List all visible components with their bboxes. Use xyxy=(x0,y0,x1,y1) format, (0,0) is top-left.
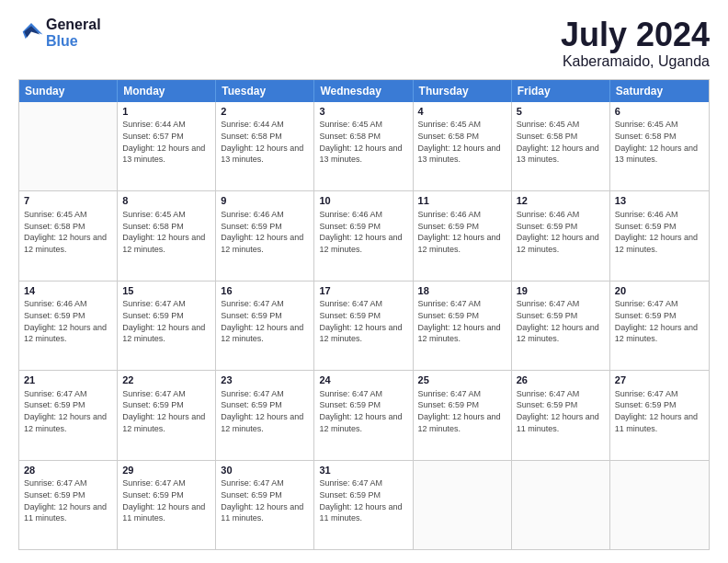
calendar-cell: 4Sunrise: 6:45 AMSunset: 6:58 PMDaylight… xyxy=(414,102,512,190)
cell-info: Sunrise: 6:47 AMSunset: 6:59 PMDaylight:… xyxy=(418,388,506,434)
calendar-row-0: 1Sunrise: 6:44 AMSunset: 6:57 PMDaylight… xyxy=(19,102,709,190)
cell-info: Sunrise: 6:47 AMSunset: 6:59 PMDaylight:… xyxy=(221,298,309,344)
calendar: Sunday Monday Tuesday Wednesday Thursday… xyxy=(18,79,710,550)
cell-info: Sunrise: 6:47 AMSunset: 6:59 PMDaylight:… xyxy=(418,298,506,344)
calendar-cell xyxy=(414,461,512,549)
logo-blue-text: Blue xyxy=(46,33,101,50)
day-number: 3 xyxy=(319,105,407,119)
calendar-cell: 14Sunrise: 6:46 AMSunset: 6:59 PMDayligh… xyxy=(19,282,118,370)
day-number: 31 xyxy=(319,464,407,477)
header-friday: Friday xyxy=(512,80,610,102)
calendar-cell: 17Sunrise: 6:47 AMSunset: 6:59 PMDayligh… xyxy=(314,282,413,370)
day-number: 11 xyxy=(418,194,506,208)
cell-info: Sunrise: 6:44 AMSunset: 6:58 PMDaylight:… xyxy=(221,119,309,165)
cell-info: Sunrise: 6:47 AMSunset: 6:59 PMDaylight:… xyxy=(122,477,210,523)
cell-info: Sunrise: 6:45 AMSunset: 6:58 PMDaylight:… xyxy=(517,119,605,165)
calendar-body: 1Sunrise: 6:44 AMSunset: 6:57 PMDaylight… xyxy=(19,102,709,549)
day-number: 9 xyxy=(221,194,309,208)
calendar-row-3: 21Sunrise: 6:47 AMSunset: 6:59 PMDayligh… xyxy=(19,370,709,459)
calendar-cell: 25Sunrise: 6:47 AMSunset: 6:59 PMDayligh… xyxy=(414,371,512,459)
cell-info: Sunrise: 6:44 AMSunset: 6:57 PMDaylight:… xyxy=(122,119,210,165)
day-number: 7 xyxy=(24,194,112,208)
cell-info: Sunrise: 6:46 AMSunset: 6:59 PMDaylight:… xyxy=(319,209,407,255)
calendar-cell: 8Sunrise: 6:45 AMSunset: 6:58 PMDaylight… xyxy=(118,191,216,280)
day-number: 10 xyxy=(319,194,407,208)
cell-info: Sunrise: 6:46 AMSunset: 6:59 PMDaylight:… xyxy=(221,209,309,255)
cell-info: Sunrise: 6:46 AMSunset: 6:59 PMDaylight:… xyxy=(24,298,112,344)
cell-info: Sunrise: 6:47 AMSunset: 6:59 PMDaylight:… xyxy=(517,388,605,434)
calendar-cell: 6Sunrise: 6:45 AMSunset: 6:58 PMDaylight… xyxy=(610,102,709,190)
calendar-cell xyxy=(512,461,610,549)
cell-info: Sunrise: 6:45 AMSunset: 6:58 PMDaylight:… xyxy=(319,119,407,165)
calendar-cell: 28Sunrise: 6:47 AMSunset: 6:59 PMDayligh… xyxy=(19,461,118,549)
calendar-cell: 3Sunrise: 6:45 AMSunset: 6:58 PMDaylight… xyxy=(314,102,413,190)
calendar-cell: 22Sunrise: 6:47 AMSunset: 6:59 PMDayligh… xyxy=(118,371,216,459)
header-monday: Monday xyxy=(118,80,216,102)
day-number: 8 xyxy=(122,194,210,208)
month-year-title: July 2024 xyxy=(561,17,710,53)
calendar-cell xyxy=(610,461,709,549)
day-number: 18 xyxy=(418,284,506,298)
logo-general-text: General xyxy=(46,17,101,33)
logo-icon xyxy=(18,20,44,46)
cell-info: Sunrise: 6:47 AMSunset: 6:59 PMDaylight:… xyxy=(24,477,112,523)
day-number: 30 xyxy=(221,464,309,477)
day-number: 17 xyxy=(319,284,407,298)
calendar-row-2: 14Sunrise: 6:46 AMSunset: 6:59 PMDayligh… xyxy=(19,281,709,370)
header: General Blue July 2024 Kaberamaido, Ugan… xyxy=(18,17,710,70)
cell-info: Sunrise: 6:46 AMSunset: 6:59 PMDaylight:… xyxy=(517,209,605,255)
cell-info: Sunrise: 6:45 AMSunset: 6:58 PMDaylight:… xyxy=(24,209,112,255)
calendar-cell: 26Sunrise: 6:47 AMSunset: 6:59 PMDayligh… xyxy=(512,371,610,459)
day-number: 12 xyxy=(517,194,605,208)
day-number: 5 xyxy=(517,105,605,119)
header-sunday: Sunday xyxy=(19,80,118,102)
calendar-cell: 5Sunrise: 6:45 AMSunset: 6:58 PMDaylight… xyxy=(512,102,610,190)
calendar-cell xyxy=(19,102,118,190)
header-wednesday: Wednesday xyxy=(314,80,413,102)
cell-info: Sunrise: 6:46 AMSunset: 6:59 PMDaylight:… xyxy=(615,209,704,255)
calendar-cell: 10Sunrise: 6:46 AMSunset: 6:59 PMDayligh… xyxy=(314,191,413,280)
cell-info: Sunrise: 6:47 AMSunset: 6:59 PMDaylight:… xyxy=(319,298,407,344)
day-number: 13 xyxy=(615,194,704,208)
day-number: 19 xyxy=(517,284,605,298)
calendar-cell: 24Sunrise: 6:47 AMSunset: 6:59 PMDayligh… xyxy=(314,371,413,459)
cell-info: Sunrise: 6:45 AMSunset: 6:58 PMDaylight:… xyxy=(122,209,210,255)
day-number: 26 xyxy=(517,373,605,387)
header-tuesday: Tuesday xyxy=(216,80,314,102)
calendar-cell: 11Sunrise: 6:46 AMSunset: 6:59 PMDayligh… xyxy=(414,191,512,280)
cell-info: Sunrise: 6:47 AMSunset: 6:59 PMDaylight:… xyxy=(122,298,210,344)
day-number: 22 xyxy=(122,373,210,387)
calendar-cell: 20Sunrise: 6:47 AMSunset: 6:59 PMDayligh… xyxy=(610,282,709,370)
day-number: 24 xyxy=(319,373,407,387)
calendar-cell: 13Sunrise: 6:46 AMSunset: 6:59 PMDayligh… xyxy=(610,191,709,280)
day-number: 23 xyxy=(221,373,309,387)
calendar-cell: 18Sunrise: 6:47 AMSunset: 6:59 PMDayligh… xyxy=(414,282,512,370)
day-number: 16 xyxy=(221,284,309,298)
day-number: 14 xyxy=(24,284,112,298)
title-area: July 2024 Kaberamaido, Uganda xyxy=(561,17,710,70)
day-number: 27 xyxy=(615,373,704,387)
header-saturday: Saturday xyxy=(610,80,709,102)
logo-name: General Blue xyxy=(46,17,101,49)
day-number: 25 xyxy=(418,373,506,387)
cell-info: Sunrise: 6:45 AMSunset: 6:58 PMDaylight:… xyxy=(418,119,506,165)
cell-info: Sunrise: 6:47 AMSunset: 6:59 PMDaylight:… xyxy=(221,388,309,434)
cell-info: Sunrise: 6:47 AMSunset: 6:59 PMDaylight:… xyxy=(615,298,704,344)
calendar-cell: 23Sunrise: 6:47 AMSunset: 6:59 PMDayligh… xyxy=(216,371,314,459)
calendar-cell: 31Sunrise: 6:47 AMSunset: 6:59 PMDayligh… xyxy=(314,461,413,549)
day-number: 2 xyxy=(221,105,309,119)
calendar-row-1: 7Sunrise: 6:45 AMSunset: 6:58 PMDaylight… xyxy=(19,190,709,280)
cell-info: Sunrise: 6:47 AMSunset: 6:59 PMDaylight:… xyxy=(122,388,210,434)
calendar-cell: 9Sunrise: 6:46 AMSunset: 6:59 PMDaylight… xyxy=(216,191,314,280)
cell-info: Sunrise: 6:45 AMSunset: 6:58 PMDaylight:… xyxy=(615,119,704,165)
calendar-cell: 27Sunrise: 6:47 AMSunset: 6:59 PMDayligh… xyxy=(610,371,709,459)
calendar-cell: 7Sunrise: 6:45 AMSunset: 6:58 PMDaylight… xyxy=(19,191,118,280)
calendar-row-4: 28Sunrise: 6:47 AMSunset: 6:59 PMDayligh… xyxy=(19,460,709,549)
day-number: 29 xyxy=(122,464,210,477)
calendar-cell: 2Sunrise: 6:44 AMSunset: 6:58 PMDaylight… xyxy=(216,102,314,190)
logo: General Blue xyxy=(18,17,101,49)
cell-info: Sunrise: 6:47 AMSunset: 6:59 PMDaylight:… xyxy=(615,388,704,434)
calendar-cell: 15Sunrise: 6:47 AMSunset: 6:59 PMDayligh… xyxy=(118,282,216,370)
calendar-cell: 21Sunrise: 6:47 AMSunset: 6:59 PMDayligh… xyxy=(19,371,118,459)
calendar-cell: 12Sunrise: 6:46 AMSunset: 6:59 PMDayligh… xyxy=(512,191,610,280)
